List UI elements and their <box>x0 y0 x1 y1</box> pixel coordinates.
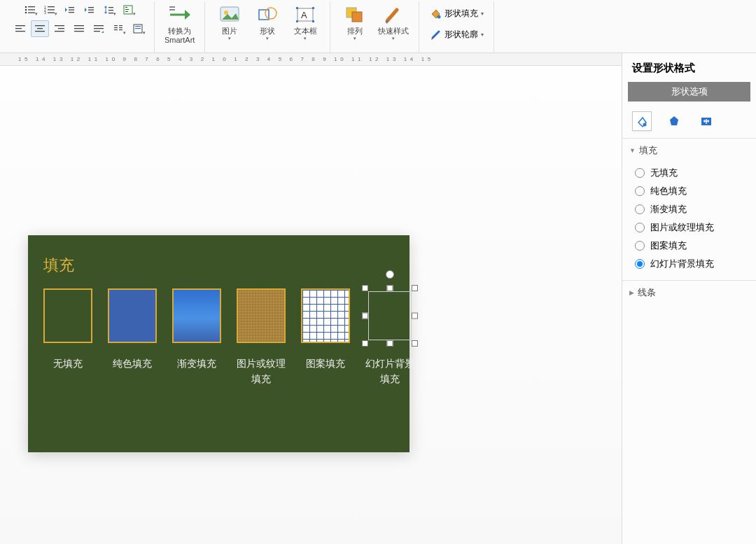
resize-handle[interactable] <box>412 285 418 291</box>
columns-button[interactable]: ▾ <box>109 20 127 37</box>
shape-outline-button[interactable]: 形状轮廓 ▾ <box>426 27 486 42</box>
svg-rect-9 <box>48 9 55 10</box>
align-text-button[interactable]: ▾ <box>129 20 147 37</box>
resize-handle[interactable] <box>362 340 368 347</box>
svg-rect-14 <box>69 12 74 13</box>
resize-handle[interactable] <box>412 313 418 319</box>
distributed-button[interactable] <box>90 20 108 37</box>
arrange-group: 排列 ▾ 快速样式 ▾ <box>330 1 419 53</box>
svg-rect-60 <box>296 20 298 22</box>
textbox-button[interactable]: A 文本框 ▾ <box>288 1 323 43</box>
svg-rect-63 <box>352 12 362 22</box>
svg-rect-49 <box>135 28 141 29</box>
svg-rect-24 <box>125 9 129 10</box>
rotate-handle[interactable] <box>386 270 394 279</box>
resize-handle[interactable] <box>362 285 368 291</box>
quick-styles-button[interactable]: 快速样式 ▾ <box>375 1 412 43</box>
picture-label: 图片 <box>222 27 237 36</box>
svg-rect-31 <box>35 31 45 32</box>
resize-handle[interactable] <box>387 340 393 347</box>
svg-rect-3 <box>28 9 35 10</box>
resize-handle[interactable] <box>387 285 393 291</box>
svg-rect-5 <box>28 13 35 13</box>
svg-rect-20 <box>108 10 113 11</box>
svg-rect-23 <box>125 7 127 8</box>
arrange-button[interactable]: 排列 ▾ <box>337 1 372 43</box>
textbox-label: 文本框 <box>294 27 317 36</box>
size-tab-icon[interactable] <box>696 111 716 131</box>
svg-rect-46 <box>119 29 122 30</box>
text-direction-button[interactable]: ▾ <box>119 1 137 18</box>
svg-point-65 <box>643 123 647 127</box>
slide-workspace[interactable]: 填充 无填充 纯色填充 渐变填充 图片或纹理填充 图案填充 幻灯片 <box>0 66 622 544</box>
swatch-no-fill[interactable]: 无填充 <box>43 288 92 386</box>
fill-option-slide-bg[interactable]: 幻灯片背景填充 <box>635 255 756 273</box>
shape-outline-label: 形状轮廓 <box>444 29 478 41</box>
ribbon: ▾ 123▾ ▾ ▾ ▾ ▾ 转换为 SmartArt 图片 ▾ <box>0 0 756 53</box>
insert-group: 图片 ▾ 形状 ▾ A 文本框 ▾ <box>205 1 330 53</box>
slide[interactable]: 填充 无填充 纯色填充 渐变填充 图片或纹理填充 图案填充 幻灯片 <box>28 235 410 452</box>
swatch-texture[interactable]: 图片或纹理填充 <box>237 288 286 386</box>
fill-line-tab-icon[interactable] <box>632 111 652 131</box>
svg-rect-35 <box>74 25 84 26</box>
fill-option-gradient[interactable]: 渐变填充 <box>635 200 756 218</box>
svg-rect-27 <box>15 28 22 29</box>
line-spacing-button[interactable]: ▾ <box>99 1 118 18</box>
svg-point-2 <box>25 9 27 11</box>
svg-rect-48 <box>135 26 141 27</box>
fill-option-pattern[interactable]: 图案填充 <box>635 237 756 255</box>
selected-shape[interactable] <box>365 288 414 343</box>
shape-options-tab[interactable]: 形状选项 <box>628 82 750 102</box>
swatch-solid[interactable]: 纯色填充 <box>108 288 157 386</box>
align-right-button[interactable] <box>50 20 69 37</box>
shapes-label: 形状 <box>260 27 275 36</box>
fill-section-header[interactable]: ▼填充 <box>622 139 756 162</box>
align-left-button[interactable] <box>11 20 29 37</box>
svg-rect-25 <box>125 11 128 12</box>
effects-tab-icon[interactable] <box>664 111 684 131</box>
bullets-button[interactable]: ▾ <box>21 1 39 18</box>
svg-point-53 <box>224 11 228 15</box>
svg-rect-28 <box>15 31 25 32</box>
smartart-group: 转换为 SmartArt <box>155 1 205 53</box>
fill-option-picture[interactable]: 图片或纹理填充 <box>635 218 756 237</box>
shape-style-group: 形状填充 ▾ 形状轮廓 ▾ <box>419 1 494 53</box>
svg-rect-38 <box>94 25 104 26</box>
svg-rect-44 <box>119 25 122 26</box>
svg-marker-66 <box>670 116 678 125</box>
svg-rect-61 <box>312 20 314 22</box>
svg-rect-43 <box>114 29 118 30</box>
svg-rect-16 <box>88 10 94 11</box>
svg-point-55 <box>265 8 276 19</box>
fill-option-no-fill[interactable]: 无填充 <box>635 164 756 182</box>
shape-fill-button[interactable]: 形状填充 ▾ <box>426 6 486 21</box>
picture-button[interactable]: 图片 ▾ <box>212 1 247 43</box>
line-section-header[interactable]: ▶线条 <box>622 281 756 305</box>
resize-handle[interactable] <box>412 340 418 347</box>
svg-rect-39 <box>94 28 104 29</box>
swatch-row: 无填充 纯色填充 渐变填充 图片或纹理填充 图案填充 幻灯片背景填充 <box>43 288 394 386</box>
svg-rect-19 <box>108 7 113 8</box>
decrease-indent-button[interactable] <box>60 1 78 18</box>
fill-section: ▼填充 无填充 纯色填充 渐变填充 图片或纹理填充 图案填充 幻灯片背景填充 <box>622 138 756 280</box>
svg-rect-45 <box>119 27 122 28</box>
increase-indent-button[interactable] <box>80 1 98 18</box>
svg-rect-29 <box>35 25 45 26</box>
svg-rect-36 <box>74 28 84 29</box>
svg-rect-18 <box>106 7 106 13</box>
panel-tab-icons <box>622 109 756 138</box>
align-justify-button[interactable] <box>70 20 88 37</box>
swatch-gradient[interactable]: 渐变填充 <box>172 288 221 386</box>
svg-point-4 <box>25 12 27 14</box>
svg-rect-26 <box>15 25 25 26</box>
swatch-pattern[interactable]: 图案填充 <box>301 288 350 386</box>
svg-rect-41 <box>114 25 118 26</box>
fill-option-solid[interactable]: 纯色填充 <box>635 182 756 200</box>
svg-rect-58 <box>296 7 298 9</box>
swatch-slide-bg[interactable]: 幻灯片背景填充 <box>365 288 414 386</box>
shapes-button[interactable]: 形状 ▾ <box>250 1 285 43</box>
resize-handle[interactable] <box>362 313 368 319</box>
align-center-button[interactable] <box>31 20 49 37</box>
numbering-button[interactable]: 123▾ <box>41 1 59 18</box>
convert-smartart-button[interactable]: 转换为 SmartArt <box>162 1 197 46</box>
